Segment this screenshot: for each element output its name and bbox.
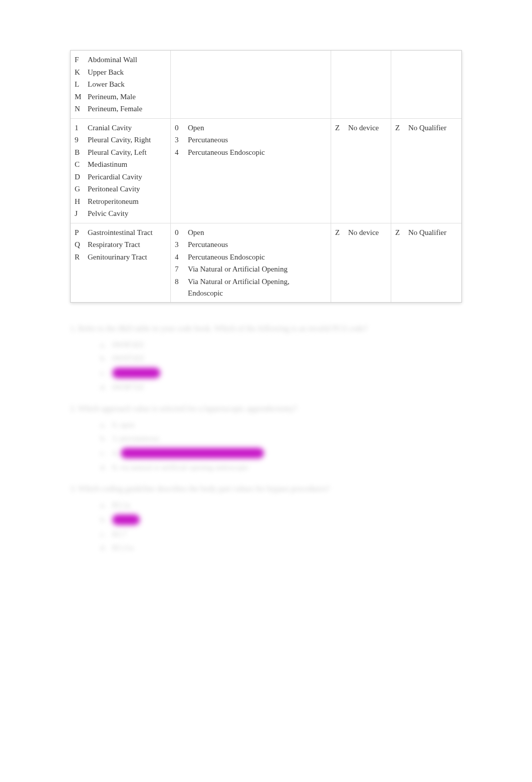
device-column: ZNo device — [331, 223, 391, 302]
question-text: 3. Which coding guideline describes the … — [70, 483, 462, 495]
code: M — [75, 91, 84, 103]
table-row: FAbdominal Wall KUpper Back LLower Back … — [71, 51, 461, 118]
code-label: Respiratory Tract — [88, 239, 166, 250]
answer-option: b.3, percutaneous — [100, 434, 462, 443]
body-part-column: FAbdominal Wall KUpper Back LLower Back … — [71, 51, 171, 118]
code-label: Retroperitoneum — [88, 196, 166, 207]
approach-column: 0Open 3Percutaneous 4Percutaneous Endosc… — [171, 223, 331, 302]
qualifier-column: ZNo Qualifier — [391, 119, 451, 223]
code-label-continuation: Endoscopic — [175, 288, 327, 299]
code: 0 — [175, 227, 184, 238]
code: 9 — [75, 134, 84, 146]
code: L — [75, 79, 84, 90]
code-label: Cranial Cavity — [88, 122, 166, 134]
code: 3 — [175, 239, 184, 250]
body-part-column: PGastrointestinal Tract QRespiratory Tra… — [71, 223, 171, 302]
answer-option: d.B3.11a — [100, 544, 462, 552]
code: D — [75, 171, 84, 183]
body-part-column: 1Cranial Cavity 9Pleural Cavity, Right B… — [71, 119, 171, 223]
code-label: Pericardial Cavity — [88, 171, 166, 183]
code-label: Via Natural or Artificial Opening — [188, 264, 327, 275]
answer-list: a.0W9F3ZZ b.0W9T3ZZ c.0W9N0ZX d.0W9P7ZZ — [70, 341, 462, 392]
code: 4 — [175, 147, 184, 158]
approach-column — [171, 51, 331, 118]
code-label: Lower Back — [88, 79, 166, 90]
code: Z — [395, 122, 404, 134]
answer-option: a.0, open — [100, 421, 462, 429]
answer-option: d.8, via natural or artificial opening e… — [100, 463, 462, 472]
answer-option: a.B3.1a — [100, 501, 462, 509]
code: C — [75, 159, 84, 170]
code: P — [75, 227, 84, 238]
code-label: Gastrointestinal Tract — [88, 227, 166, 238]
question-text: 1. Refer to the I&D table in your code b… — [70, 323, 462, 335]
code-label: No device — [348, 122, 387, 134]
code: 3 — [175, 134, 184, 146]
code-label: Open — [188, 227, 327, 238]
code-label: No Qualifier — [408, 122, 447, 134]
answer-option-highlighted: c.4, 4, percutaneous endoscopic — [100, 448, 462, 458]
qualifier-column: ZNo Qualifier — [391, 223, 451, 302]
answer-option-highlighted: c.0W9N0ZX — [100, 368, 462, 378]
code-label: Percutaneous Endoscopic — [188, 251, 327, 263]
code: Q — [75, 239, 84, 250]
code-label: Genitourinary Tract — [88, 251, 166, 263]
code: K — [75, 67, 84, 78]
code: 1 — [75, 122, 84, 134]
code: G — [75, 183, 84, 195]
code: B — [75, 147, 84, 158]
code-label: Pelvic Cavity — [88, 208, 166, 219]
code: 8 — [175, 276, 184, 288]
code-label: Abdominal Wall — [88, 54, 166, 66]
code: N — [75, 103, 84, 115]
code-label: Peritoneal Cavity — [88, 183, 166, 195]
answer-option: a.0W9F3ZZ — [100, 341, 462, 349]
code-label: Pleural Cavity, Left — [88, 147, 166, 158]
code-label: Mediastinum — [88, 159, 166, 170]
code-label: Pleural Cavity, Right — [88, 134, 166, 146]
answer-option: c.B3.7 — [100, 530, 462, 539]
code: J — [75, 208, 84, 219]
answer-list: a.B3.1a b.B3.6a c.B3.7 d.B3.11a — [70, 501, 462, 552]
code-label: Percutaneous Endoscopic — [188, 147, 327, 158]
code-label: Upper Back — [88, 67, 166, 78]
code: 7 — [175, 264, 184, 275]
code-label: No device — [348, 227, 387, 238]
code: Z — [395, 227, 404, 238]
code-label: Percutaneous — [188, 134, 327, 146]
answer-option: d.0W9P7ZZ — [100, 383, 462, 392]
code: H — [75, 196, 84, 207]
table-row: PGastrointestinal Tract QRespiratory Tra… — [71, 223, 461, 302]
question-3: 3. Which coding guideline describes the … — [70, 483, 462, 552]
device-column — [331, 51, 391, 118]
code: 4 — [175, 251, 184, 263]
code: F — [75, 54, 84, 66]
code-label: Percutaneous — [188, 239, 327, 250]
qualifier-column — [391, 51, 451, 118]
question-1: 1. Refer to the I&D table in your code b… — [70, 323, 462, 392]
code-label: Via Natural or Artificial Opening, — [188, 276, 327, 288]
code: Z — [335, 122, 344, 134]
answer-list: a.0, open b.3, percutaneous c.4, 4, perc… — [70, 421, 462, 472]
code: 0 — [175, 122, 184, 134]
answer-option-highlighted: b.B3.6a — [100, 514, 462, 525]
code-label: Perineum, Female — [88, 103, 166, 115]
code: R — [75, 251, 84, 263]
code: Z — [335, 227, 344, 238]
question-2: 2. Which approach value is selected for … — [70, 403, 462, 472]
question-text: 2. Which approach value is selected for … — [70, 403, 462, 415]
code-label: Open — [188, 122, 327, 134]
table-row: 1Cranial Cavity 9Pleural Cavity, Right B… — [71, 118, 461, 223]
device-column: ZNo device — [331, 119, 391, 223]
code-table: FAbdominal Wall KUpper Back LLower Back … — [70, 50, 462, 303]
approach-column: 0Open 3Percutaneous 4Percutaneous Endosc… — [171, 119, 331, 223]
code-label: Perineum, Male — [88, 91, 166, 103]
code-label: No Qualifier — [408, 227, 447, 238]
questions-section: 1. Refer to the I&D table in your code b… — [70, 323, 462, 552]
answer-option: b.0W9T3ZZ — [100, 354, 462, 363]
